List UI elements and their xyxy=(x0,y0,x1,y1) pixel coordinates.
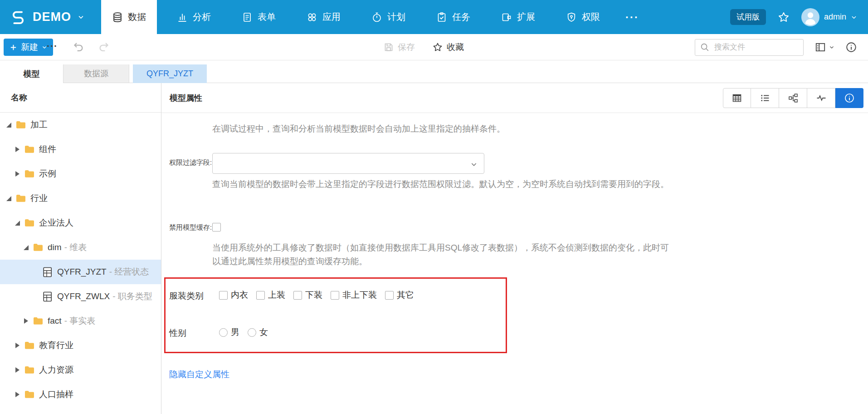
expander-expanded-icon[interactable] xyxy=(5,122,12,128)
radio[interactable] xyxy=(248,328,256,337)
tree-item-fact[interactable]: fact- 事实表 xyxy=(0,309,161,333)
main-content: 模型属性 在调试过程中，查询和分析当前模型数据 xyxy=(161,83,868,414)
logo-block[interactable]: DEMO xyxy=(0,0,101,34)
user-menu[interactable]: admin xyxy=(801,8,857,26)
checkbox[interactable] xyxy=(385,291,394,300)
model-properties-form: 在调试过程中，查询和分析当前模型数据时会自动加上这里指定的抽样条件。 权限过滤字… xyxy=(161,113,868,414)
star-outline-icon xyxy=(432,42,443,53)
sidebar-header: 名称 xyxy=(0,83,161,113)
disable-cache-checkbox[interactable] xyxy=(212,223,221,232)
new-button[interactable]: 新建 xyxy=(4,39,53,56)
checkbox[interactable] xyxy=(256,291,265,300)
sidebar-tab-model[interactable]: 模型 xyxy=(0,64,63,83)
workspace-chevron-down-icon[interactable] xyxy=(78,14,84,20)
save-button[interactable]: 保存 xyxy=(383,41,415,53)
option-bottoms[interactable]: 下装 xyxy=(293,289,322,301)
undo-icon[interactable] xyxy=(73,41,85,53)
clipboard-check-icon xyxy=(436,12,447,23)
expander-collapsed-icon[interactable] xyxy=(14,146,21,153)
permission-filter-help-text: 查询当前模型的数据时会带上这里指定的字段进行数据范围权限过滤。默认为空，为空时系… xyxy=(212,177,670,191)
model-tree: 加工 组件 示例 行业 企业法人 xyxy=(0,113,161,414)
gender-label: 性别 xyxy=(169,327,186,339)
disable-cache-label: 禁用模型缓存: xyxy=(169,223,212,232)
disable-cache-help-text: 当使用系统外的工具修改了数据时（如直接使用数据库工具用SQL修改了表数据），系统… xyxy=(212,241,670,268)
save-floppy-icon xyxy=(383,42,394,53)
plus-icon xyxy=(10,44,17,51)
tree-item-renkouchouyang[interactable]: 人口抽样 xyxy=(0,382,161,407)
checkbox[interactable] xyxy=(331,291,339,300)
folder-icon xyxy=(24,390,34,399)
view-table-button[interactable] xyxy=(723,88,751,108)
search-icon xyxy=(700,42,710,52)
expander-collapsed-icon[interactable] xyxy=(23,318,29,324)
view-list-button[interactable] xyxy=(751,88,779,108)
hide-custom-properties-link[interactable]: 隐藏自定义属性 xyxy=(169,369,229,380)
tree-item-qiyefaren[interactable]: 企业法人 xyxy=(0,211,161,235)
permission-filter-select[interactable] xyxy=(212,153,484,174)
nav-item-analysis[interactable]: 分析 xyxy=(166,0,222,34)
expander-expanded-icon[interactable] xyxy=(14,220,21,226)
folder-icon xyxy=(33,243,43,251)
tree-item-qyfr-zwlx[interactable]: QYFR_ZWLX- 职务类型 xyxy=(0,284,161,309)
apps-grid-icon xyxy=(307,12,317,23)
checkbox[interactable] xyxy=(219,291,228,300)
nav-item-permissions[interactable]: 权限 xyxy=(555,0,611,34)
tree-item-renliziyuan[interactable]: 人力资源 xyxy=(0,358,161,382)
expander-collapsed-icon[interactable] xyxy=(14,171,21,177)
view-relation-button[interactable] xyxy=(779,88,807,108)
info-icon[interactable] xyxy=(845,41,857,53)
checkbox[interactable] xyxy=(293,291,302,300)
nav-item-tasks[interactable]: 任务 xyxy=(425,0,481,34)
nav-item-forms[interactable]: 表单 xyxy=(231,0,287,34)
view-switcher xyxy=(723,88,863,108)
nav-item-apps[interactable]: 应用 xyxy=(296,0,351,34)
radio[interactable] xyxy=(219,328,228,337)
tree-item-hongguanjingji[interactable]: 宏观经济 xyxy=(0,407,161,414)
tree-item-jiagong[interactable]: 加工 xyxy=(0,113,161,137)
folder-icon xyxy=(16,121,26,129)
toolbar-more-button[interactable]: ··· xyxy=(47,40,58,51)
folder-icon xyxy=(24,170,34,178)
tree-item-zujian[interactable]: 组件 xyxy=(0,137,161,162)
shield-key-icon xyxy=(566,12,577,23)
document-tab[interactable]: QYFR_JYZT xyxy=(133,64,207,83)
favorite-button[interactable]: 收藏 xyxy=(432,41,464,53)
expander-collapsed-icon[interactable] xyxy=(14,391,21,398)
sidebar-tab-datasource[interactable]: 数据源 xyxy=(63,64,129,83)
tree-item-dim[interactable]: dim- 维表 xyxy=(0,235,161,260)
redo-icon[interactable] xyxy=(98,41,110,53)
tree-item-jiaoyuhangye[interactable]: 教育行业 xyxy=(0,333,161,358)
option-non-top-bottom[interactable]: 非上下装 xyxy=(331,289,377,301)
tab-strip: 模型 数据源 QYFR_JYZT xyxy=(0,60,868,83)
view-pulse-button[interactable] xyxy=(807,88,835,108)
expander-collapsed-icon[interactable] xyxy=(14,342,21,349)
option-female[interactable]: 女 xyxy=(248,326,268,338)
expander-expanded-icon[interactable] xyxy=(23,244,29,251)
file-search[interactable] xyxy=(695,39,804,56)
brand-logo-icon xyxy=(10,9,26,25)
option-male[interactable]: 男 xyxy=(219,326,239,338)
table-document-icon xyxy=(43,291,53,302)
expander-collapsed-icon[interactable] xyxy=(14,367,21,373)
tree-item-qyfr-jyzt[interactable]: QYFR_JYZT- 经营状态 xyxy=(0,260,161,284)
columns-layout-icon xyxy=(814,41,826,53)
permission-filter-label: 权限过滤字段: xyxy=(169,158,212,167)
nav-item-data[interactable]: 数据 xyxy=(101,0,157,34)
expander-expanded-icon[interactable] xyxy=(5,195,12,202)
topnav-right-cluster: 试用版 admin xyxy=(730,0,868,34)
favorite-star-icon[interactable] xyxy=(777,11,790,24)
layout-chevron-down-icon xyxy=(829,44,834,50)
option-underwear[interactable]: 内衣 xyxy=(219,289,248,301)
stopwatch-icon xyxy=(371,12,382,23)
option-tops[interactable]: 上装 xyxy=(256,289,285,301)
tree-item-hangye[interactable]: 行业 xyxy=(0,186,161,211)
nav-more-button[interactable]: ··· xyxy=(620,0,644,34)
nav-item-plans[interactable]: 计划 xyxy=(361,0,416,34)
layout-toggle-button[interactable] xyxy=(814,41,834,53)
search-input[interactable] xyxy=(713,42,792,52)
tree-item-shili[interactable]: 示例 xyxy=(0,162,161,186)
table-document-icon xyxy=(43,267,53,277)
option-other[interactable]: 其它 xyxy=(385,289,414,301)
view-info-button[interactable] xyxy=(835,88,863,108)
nav-item-extensions[interactable]: 扩展 xyxy=(490,0,546,34)
